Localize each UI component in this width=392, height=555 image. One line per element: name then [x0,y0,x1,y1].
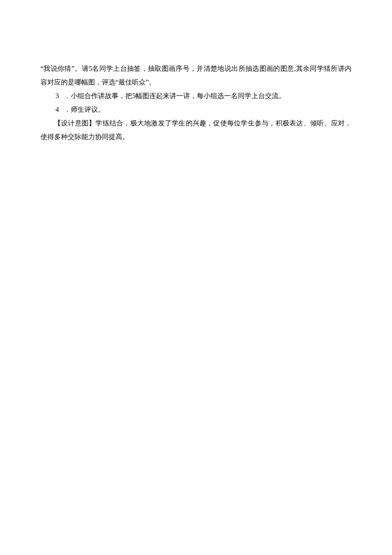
list-text: ．师生评议。 [64,106,105,113]
list-number: 3 [55,89,62,103]
paragraph-activity-description: “我说你猜”。请5名同学上台抽签，抽取图画序号，并清楚地说出所抽选图画的图意,其… [40,62,352,89]
list-item-3: 3 ．小组合作讲故事，把5幅图连起来讲一讲，每小组选一名同学上台交流。 [40,89,352,103]
list-text: ．小组合作讲故事，把5幅图连起来讲一讲，每小组选一名同学上台交流。 [64,92,285,99]
paragraph-design-intent: 【设计意图】学练结合，极大地激发了学生的兴趣，促使每位学生参与，积极表达、倾听、… [40,116,352,144]
list-number: 4 [55,103,62,116]
list-item-4: 4 ．师生评议。 [40,103,352,116]
